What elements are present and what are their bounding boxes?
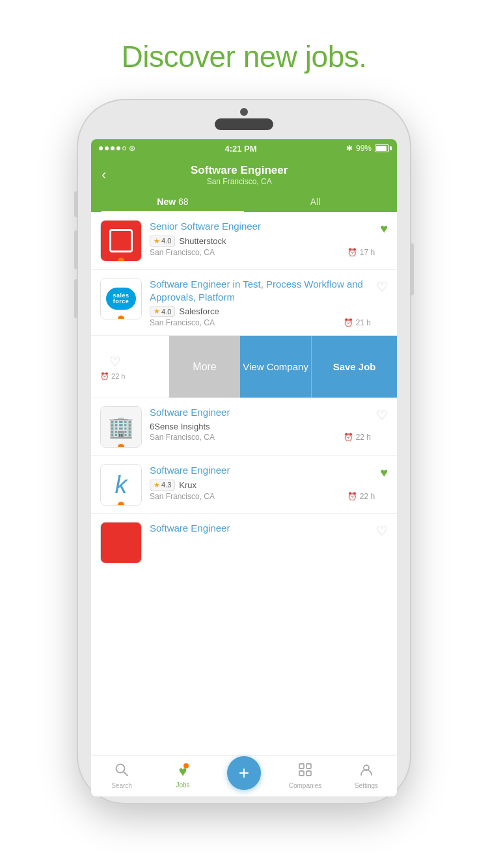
svg-rect-4 bbox=[299, 771, 304, 776]
swipe-view-company-button[interactable]: View Company bbox=[240, 336, 311, 398]
swipe-save-job-button[interactable]: Save Job bbox=[311, 336, 397, 398]
signal-dot-2 bbox=[105, 146, 109, 150]
company-logo-partial bbox=[100, 522, 142, 563]
app-header: ‹ Software Engineer San Francisco, CA Ne… bbox=[91, 157, 397, 212]
salesforce-logo: salesforce bbox=[101, 278, 141, 319]
side-button-volume-down bbox=[74, 279, 78, 318]
company-logo-6sense: 🏢 bbox=[100, 406, 142, 448]
header-title-block: Software Engineer San Francisco, CA bbox=[113, 164, 366, 186]
battery-icon bbox=[375, 144, 389, 152]
tab-bar-jobs[interactable]: ♥ Jobs bbox=[152, 763, 213, 789]
signal-dots bbox=[99, 146, 126, 150]
swipe-time: ⏰ 22 h bbox=[100, 372, 125, 381]
clock-icon-2: ⏰ bbox=[344, 318, 353, 327]
signal-dot-1 bbox=[99, 146, 103, 150]
tab-bar-settings[interactable]: Settings bbox=[336, 763, 397, 789]
signal-dot-4 bbox=[116, 146, 120, 150]
company-row-4: 6Sense Insights bbox=[150, 422, 371, 431]
location-time-4: San Francisco, CA ⏰ 22 h bbox=[150, 433, 371, 442]
job-item-2[interactable]: salesforce Software Engineer in Test, Pr… bbox=[91, 270, 397, 336]
job-item-6-partial[interactable]: Software Engineer ♡ bbox=[91, 514, 397, 571]
shutterstock-s-icon bbox=[109, 229, 133, 252]
new-indicator-dot-2 bbox=[118, 316, 124, 319]
company-logo-shutterstock bbox=[100, 220, 142, 262]
rating-badge-2: ★ 4.0 bbox=[150, 306, 175, 317]
building-icon: 🏢 bbox=[108, 414, 134, 439]
clock-icon-4: ⏰ bbox=[344, 433, 353, 442]
company-row-2: ★ 4.0 Salesforce bbox=[150, 306, 371, 317]
company-row-1: ★ 4.0 Shutterstock bbox=[150, 236, 375, 247]
wifi-icon: ⊛ bbox=[129, 144, 135, 153]
back-button[interactable]: ‹ bbox=[102, 167, 106, 183]
tab-bar-search[interactable]: Search bbox=[91, 763, 152, 789]
battery-fill bbox=[376, 146, 386, 151]
heart-button-1[interactable]: ♥ bbox=[380, 221, 388, 236]
tab-all[interactable]: All bbox=[244, 190, 386, 212]
battery-percent: 99% bbox=[356, 144, 372, 153]
header-subtitle: San Francisco, CA bbox=[113, 177, 366, 186]
svg-line-1 bbox=[124, 772, 128, 776]
phone-screen: ⊛ 4:21 PM ✱ 99% ‹ Software Engineer bbox=[91, 139, 397, 796]
svg-rect-3 bbox=[306, 764, 311, 768]
company-name-5: Krux bbox=[179, 480, 197, 490]
add-button[interactable]: + bbox=[227, 756, 261, 790]
job-list: Senior Software Engineer ★ 4.0 Shutterst… bbox=[91, 212, 397, 755]
company-logo-krux: k bbox=[100, 464, 142, 506]
job-title-6: Software Engineer bbox=[150, 522, 371, 535]
rating-value-2: 4.0 bbox=[161, 308, 171, 316]
job-item-5[interactable]: k Software Engineer ★ 4.3 Krux bbox=[91, 456, 397, 514]
time-5: ⏰ 22 h bbox=[347, 492, 375, 501]
search-tab-icon bbox=[115, 763, 129, 781]
tab-new-label: New bbox=[157, 197, 178, 207]
heart-button-2[interactable]: ♡ bbox=[376, 279, 388, 295]
settings-tab-label: Settings bbox=[355, 782, 378, 789]
signal-dot-5 bbox=[122, 146, 126, 150]
svg-rect-5 bbox=[306, 771, 311, 776]
heart-button-6[interactable]: ♡ bbox=[376, 523, 388, 539]
signal-dot-3 bbox=[111, 146, 115, 150]
heart-button-swipe[interactable]: ♡ bbox=[109, 354, 121, 370]
search-tab-label: Search bbox=[111, 782, 132, 789]
swipe-left-content: ♡ ⏰ 22 h bbox=[91, 336, 169, 398]
job-item-4[interactable]: 🏢 Software Engineer 6Sense Insights San … bbox=[91, 398, 397, 456]
phone-shell: ⊛ 4:21 PM ✱ 99% ‹ Software Engineer bbox=[78, 100, 410, 803]
job-info-1: Senior Software Engineer ★ 4.0 Shutterst… bbox=[150, 220, 375, 257]
job-item-1[interactable]: Senior Software Engineer ★ 4.0 Shutterst… bbox=[91, 212, 397, 270]
heart-button-4[interactable]: ♡ bbox=[376, 407, 388, 423]
tab-bar-companies[interactable]: Companies bbox=[275, 763, 336, 789]
tab-bar-add[interactable]: + bbox=[213, 756, 275, 796]
tab-new[interactable]: New 68 bbox=[102, 190, 244, 212]
job-title-4: Software Engineer bbox=[150, 406, 371, 419]
star-icon-5: ★ bbox=[154, 481, 160, 489]
company-name-2: Salesforce bbox=[179, 306, 219, 316]
location-time-1: San Francisco, CA ⏰ 17 h bbox=[150, 248, 375, 257]
svg-rect-2 bbox=[299, 764, 304, 768]
companies-tab-label: Companies bbox=[289, 782, 322, 789]
location-2: San Francisco, CA bbox=[150, 318, 215, 327]
job-info-2: Software Engineer in Test, Process Workf… bbox=[150, 278, 371, 327]
companies-tab-icon bbox=[298, 763, 312, 781]
heart-button-5[interactable]: ♥ bbox=[380, 465, 388, 480]
new-indicator-dot-1 bbox=[118, 258, 124, 262]
status-right: ✱ 99% bbox=[346, 144, 389, 153]
jobs-tab-icon: ♥ bbox=[178, 763, 187, 780]
phone-speaker bbox=[215, 118, 273, 130]
page-headline: Discover new jobs. bbox=[121, 39, 366, 74]
krux-k-icon: k bbox=[115, 471, 128, 499]
job-info-6: Software Engineer bbox=[150, 522, 371, 537]
new-indicator-dot-4 bbox=[118, 444, 124, 448]
company-name-1: Shutterstock bbox=[179, 236, 226, 246]
new-indicator-dot-5 bbox=[118, 502, 124, 506]
swipe-more-button[interactable]: More bbox=[169, 336, 240, 398]
clock-icon-1: ⏰ bbox=[347, 248, 357, 257]
location-time-2: San Francisco, CA ⏰ 21 h bbox=[150, 318, 371, 327]
jobs-notification-dot bbox=[183, 763, 189, 768]
tab-new-count: 68 bbox=[178, 197, 189, 207]
header-title: Software Engineer bbox=[113, 164, 366, 177]
rating-value-1: 4.0 bbox=[161, 237, 171, 245]
sixsense-logo: 🏢 bbox=[101, 407, 141, 447]
header-tabs: New 68 All bbox=[102, 190, 386, 212]
settings-tab-icon bbox=[359, 763, 373, 781]
shutterstock-logo bbox=[101, 221, 141, 261]
job-title-5: Software Engineer bbox=[150, 464, 375, 477]
